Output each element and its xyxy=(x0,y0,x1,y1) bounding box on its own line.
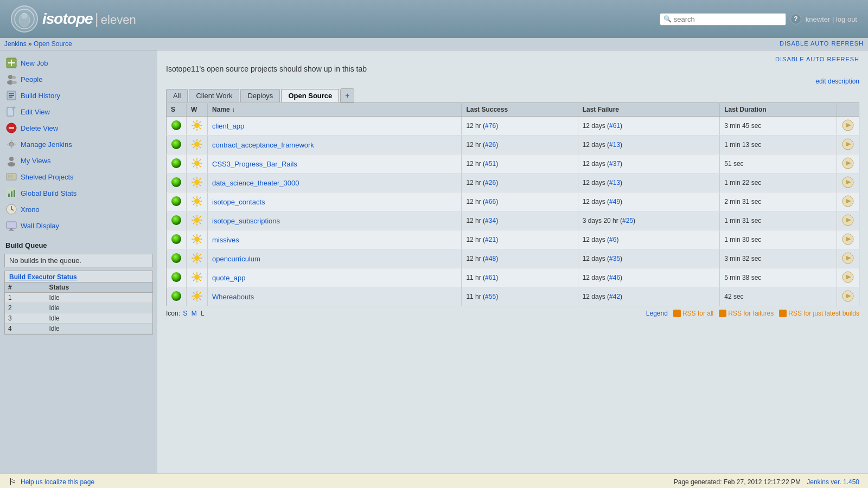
col-name[interactable]: Name ↓ xyxy=(208,103,462,117)
job-link[interactable]: CSS3_Progress_Bar_Rails xyxy=(212,160,297,168)
build-link[interactable]: #66 xyxy=(485,198,496,206)
breadcrumb-sep: » xyxy=(28,40,32,48)
build-link[interactable]: #35 xyxy=(609,255,620,262)
tab-client-work[interactable]: Client Work xyxy=(189,89,239,102)
last-failure-cell: 12 days (#35) xyxy=(578,249,720,268)
sidebar-item-my-views[interactable]: My Views xyxy=(0,152,157,169)
sidebar-item-wall-display[interactable]: Wall Display xyxy=(0,217,157,234)
svg-point-48 xyxy=(194,142,199,146)
sidebar-item-xrono[interactable]: Xrono xyxy=(0,201,157,217)
username-link[interactable]: knewter xyxy=(806,15,831,23)
disable-auto-refresh-btn[interactable]: DISABLE AUTO REFRESH xyxy=(775,56,859,62)
legend-link[interactable]: Legend xyxy=(646,310,668,317)
search-input[interactable] xyxy=(674,15,782,23)
build-link[interactable]: #21 xyxy=(485,236,496,243)
svg-rect-33 xyxy=(10,228,12,230)
icon-size-m[interactable]: M xyxy=(192,310,197,317)
disable-auto-refresh-link[interactable]: DISABLE AUTO REFRESH xyxy=(780,40,864,47)
localize-link[interactable]: Help us localize this page xyxy=(21,478,94,486)
build-link[interactable]: #51 xyxy=(485,160,496,168)
rss-for-all[interactable]: RSS for all xyxy=(673,310,713,317)
build-link[interactable]: #34 xyxy=(485,217,496,224)
build-link[interactable]: #76 xyxy=(485,122,496,130)
rss-for-latest-builds[interactable]: RSS for just latest builds xyxy=(779,310,859,317)
jenkins-version-link[interactable]: Jenkins ver. 1.450 xyxy=(807,478,859,486)
job-link[interactable]: isotope_contacts xyxy=(212,198,265,206)
job-link[interactable]: isotope_subscriptions xyxy=(212,217,280,225)
svg-point-36 xyxy=(194,123,199,127)
build-link[interactable]: #13 xyxy=(609,141,620,149)
build-link[interactable]: #46 xyxy=(609,274,620,281)
last-duration-cell: 1 min 30 sec xyxy=(720,230,837,249)
schedule-build-button[interactable] xyxy=(841,157,854,170)
rss-for-failures[interactable]: RSS for failures xyxy=(719,310,774,317)
build-btn-cell xyxy=(837,249,859,268)
build-link[interactable]: #13 xyxy=(609,179,620,187)
sidebar-item-edit-view[interactable]: Edit View xyxy=(0,104,157,120)
build-link[interactable]: #48 xyxy=(485,255,496,262)
job-link[interactable]: contract_acceptance_framework xyxy=(212,141,314,149)
breadcrumb-open-source[interactable]: Open Source xyxy=(34,40,72,48)
icon-size-s[interactable]: S xyxy=(183,310,187,317)
job-link[interactable]: quote_app xyxy=(212,274,245,282)
build-link[interactable]: #42 xyxy=(609,293,620,300)
schedule-build-button[interactable] xyxy=(841,290,854,303)
status-cell xyxy=(167,155,187,174)
sidebar-item-global-build-stats[interactable]: Global Build Stats xyxy=(0,185,157,201)
edit-view-icon xyxy=(5,106,17,118)
sidebar-item-people[interactable]: People xyxy=(0,71,157,87)
svg-point-83 xyxy=(171,196,181,206)
job-link[interactable]: Whereabouts xyxy=(212,293,254,301)
build-link[interactable]: #61 xyxy=(485,274,496,281)
sidebar-item-global-build-stats-label: Global Build Stats xyxy=(21,189,76,197)
schedule-build-button[interactable] xyxy=(841,176,854,189)
build-link[interactable]: #26 xyxy=(485,179,496,187)
build-link[interactable]: #6 xyxy=(609,236,616,243)
sidebar-item-new-job[interactable]: New Job xyxy=(0,55,157,71)
tab-all[interactable]: All xyxy=(166,89,188,102)
icon-size-l[interactable]: L xyxy=(201,310,205,317)
svg-line-146 xyxy=(200,298,201,299)
job-link[interactable]: missives xyxy=(212,236,239,244)
executor-row: 3Idle xyxy=(5,313,152,324)
svg-line-40 xyxy=(193,127,194,129)
schedule-build-button[interactable] xyxy=(841,119,854,132)
schedule-build-button[interactable] xyxy=(841,138,854,151)
build-btn-cell xyxy=(837,136,859,155)
tab-deploys[interactable]: Deploys xyxy=(240,89,280,102)
build-executor-title[interactable]: Build Executor Status xyxy=(5,271,152,282)
logout-link[interactable]: log out xyxy=(836,15,857,23)
svg-point-20 xyxy=(9,157,14,161)
svg-line-116 xyxy=(200,235,201,236)
svg-point-35 xyxy=(171,120,181,130)
schedule-build-button[interactable] xyxy=(841,271,854,284)
build-link[interactable]: #37 xyxy=(609,160,620,168)
sidebar-item-delete-view[interactable]: Delete View xyxy=(0,120,157,136)
sidebar-item-manage-jenkins[interactable]: Manage Jenkins xyxy=(0,136,157,152)
help-button[interactable]: ? xyxy=(790,14,801,24)
job-link[interactable]: opencurriculum xyxy=(212,255,260,263)
build-link[interactable]: #26 xyxy=(485,141,496,149)
schedule-build-button[interactable] xyxy=(841,252,854,265)
svg-line-148 xyxy=(193,298,194,299)
breadcrumb-jenkins[interactable]: Jenkins xyxy=(4,40,27,48)
schedule-build-button[interactable] xyxy=(841,195,854,208)
job-link[interactable]: data_science_theater_3000 xyxy=(212,179,299,187)
tab-add-button[interactable]: + xyxy=(340,88,354,102)
build-link[interactable]: #55 xyxy=(485,293,496,300)
edit-description-link[interactable]: edit description xyxy=(815,78,859,85)
job-link[interactable]: client_app xyxy=(212,122,244,130)
build-link[interactable]: #49 xyxy=(609,198,620,206)
schedule-build-button[interactable] xyxy=(841,214,854,227)
schedule-build-button[interactable] xyxy=(841,233,854,246)
sidebar-item-xrono-label: Xrono xyxy=(21,206,40,214)
logo-text: isotope|eleven xyxy=(42,10,136,28)
svg-line-100 xyxy=(193,222,194,223)
build-link[interactable]: #25 xyxy=(622,217,633,224)
svg-point-132 xyxy=(194,274,199,279)
sidebar-item-shelved-projects[interactable]: Shelved Projects xyxy=(0,169,157,185)
sidebar-item-build-history[interactable]: Build History xyxy=(0,87,157,104)
tab-open-source[interactable]: Open Source xyxy=(281,89,339,102)
build-link[interactable]: #61 xyxy=(609,122,620,130)
col-last-failure: Last Failure xyxy=(578,103,720,117)
